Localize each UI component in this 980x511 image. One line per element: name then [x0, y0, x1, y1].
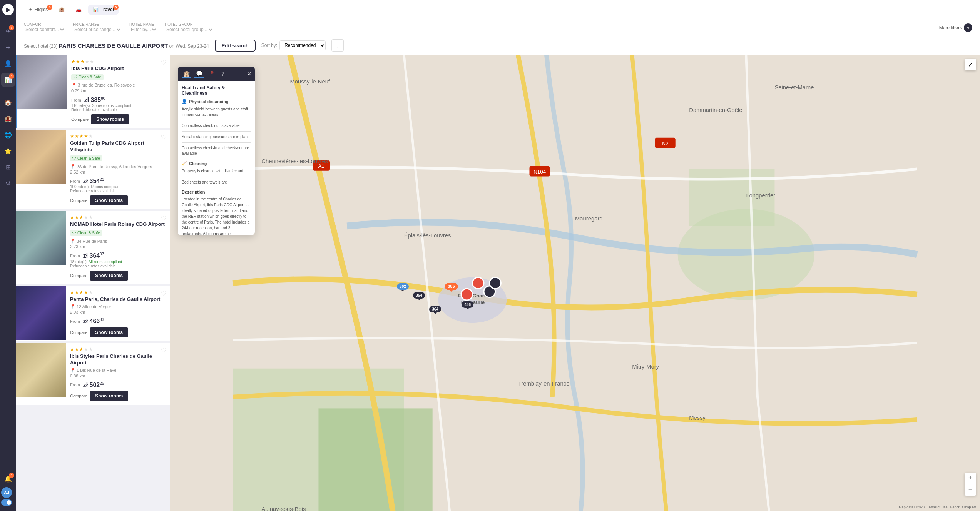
hotel-rates-2: 100 rate(s). Rooms compliant [70, 185, 166, 189]
nav-item-person[interactable]: 👤 [1, 57, 15, 70]
show-rooms-button-5[interactable]: Show rooms [90, 391, 128, 401]
top-nav-tabs: ✈ Flights 6 🏨 🚗 📊 Travel 0 [24, 5, 119, 15]
popup-tab-info[interactable]: 💬 [194, 70, 204, 78]
theme-toggle[interactable] [1, 499, 12, 506]
favorite-button-5[interactable]: ♡ [161, 347, 166, 354]
nav-item-star[interactable]: ⭐ [1, 144, 15, 158]
show-rooms-button-3[interactable]: Show rooms [90, 271, 128, 281]
svg-text:Tremblay-en-France: Tremblay-en-France [518, 381, 569, 387]
shield-icon: 🛡 [74, 75, 77, 79]
tab-flights-label: Flights [34, 7, 48, 12]
download-icon: ↓ [336, 43, 339, 48]
svg-text:Épiais-lès-Louvres: Épiais-lès-Louvres [404, 232, 451, 239]
hotel-card-3[interactable]: ★★★★★ NOMAD Hotel Paris Roissy CDG Airpo… [16, 211, 170, 284]
popup-tab-question[interactable]: ? [220, 70, 226, 78]
hotel-card-1[interactable]: ★★★★★ ibis Paris CDG Airport 🛡 Clean & S… [16, 55, 170, 128]
edit-search-button[interactable]: Edit search [215, 40, 256, 52]
nav-item-settings[interactable]: ⚙ [1, 176, 15, 190]
hotel-rates-1: 116 rate(s). Some rooms compliant [71, 104, 166, 108]
hotel-stars-1: ★★★★★ [71, 59, 166, 64]
nav-item-grid[interactable]: ⊞ [1, 160, 15, 174]
svg-text:Moussy-le-Neuf: Moussy-le-Neuf [290, 78, 330, 85]
location-icon: 📍 [70, 304, 75, 309]
popup-close-button[interactable]: × [248, 70, 251, 77]
favorite-button-3[interactable]: ♡ [161, 215, 166, 222]
compare-button-1[interactable]: Compare [71, 117, 89, 122]
hotel-address-4: 📍 12 Allee du Verger [70, 304, 166, 309]
tab-travel[interactable]: 📊 Travel 0 [88, 5, 119, 15]
nav-item-chart[interactable]: 📊 0 [1, 73, 15, 87]
nav-item-flights[interactable]: ✈ 6 [1, 24, 15, 38]
hotel-group-select[interactable]: Select hotel group... [165, 27, 214, 33]
nav-item-globe[interactable]: 🌐 [1, 128, 15, 142]
show-rooms-button-2[interactable]: Show rooms [90, 195, 128, 205]
compare-button-3[interactable]: Compare [70, 273, 87, 278]
hotel-distance-2: 2.52 km [70, 170, 166, 174]
map-marker-5[interactable]: 502 [397, 283, 409, 290]
marker-price-5: 502 [400, 284, 406, 289]
user-avatar[interactable]: AJ [1, 487, 12, 498]
app-logo[interactable]: ▶ [2, 4, 14, 15]
show-rooms-button-1[interactable]: Show rooms [91, 114, 129, 124]
svg-text:Mitry-Mory: Mitry-Mory [632, 364, 659, 370]
svg-text:Mauregard: Mauregard [575, 215, 603, 222]
nav-item-notifications[interactable]: 🔔 0 [1, 472, 15, 486]
tab-hotels[interactable]: 🏨 [54, 5, 69, 15]
popup-cleaning: 🧹 Cleaning Property is cleaned with disi… [182, 161, 251, 186]
sort-by-container: Sort by: Recommended [261, 40, 326, 50]
hotel-info-4: ★★★★★ Penta Paris, Charles de Gaulle Air… [66, 286, 170, 341]
favorite-button-4[interactable]: ♡ [161, 290, 166, 297]
favorite-button-2[interactable]: ♡ [161, 134, 166, 141]
compare-button-2[interactable]: Compare [70, 198, 87, 203]
flights-icon: ✈ [28, 7, 32, 12]
favorite-button-1[interactable]: ♡ [161, 59, 166, 66]
flights-badge: 6 [9, 25, 14, 30]
hotel-stars-3: ★★★★★ [70, 215, 166, 220]
tab-flights[interactable]: ✈ Flights 6 [24, 5, 52, 15]
zoom-in-button[interactable]: + [965, 473, 976, 484]
hotel-list: ★★★★★ ibis Paris CDG Airport 🛡 Clean & S… [16, 55, 170, 511]
tab-car[interactable]: 🚗 [71, 5, 86, 15]
cleaning-item-1: Property is cleaned with disinfectant [182, 168, 251, 175]
popup-tab-hotel[interactable]: 🏨 [182, 70, 191, 78]
price-select[interactable]: Select price range... [73, 27, 122, 33]
comfort-select[interactable]: Select comfort... [24, 27, 65, 33]
hotel-card-4[interactable]: ★★★★★ Penta Paris, Charles de Gaulle Air… [16, 286, 170, 341]
from-label-2: From [70, 179, 80, 184]
from-label-4: From [70, 319, 80, 324]
report-link[interactable]: Report a map err [950, 505, 976, 509]
zoom-out-button[interactable]: − [965, 484, 976, 496]
description-title: Description [182, 190, 251, 194]
hotel-name-select[interactable]: Filter by... [129, 27, 157, 33]
location-icon: 📍 [70, 164, 75, 169]
hotel-address-5: 📍 1 Bis Rue de la Haye [70, 368, 166, 373]
hotels-icon: 🏨 [59, 7, 65, 12]
terms-of-use-link[interactable]: Terms of Use [927, 505, 947, 509]
map-marker-1[interactable]: 385 [445, 283, 458, 290]
tab-travel-label: Travel [100, 7, 114, 12]
compare-button-5[interactable]: Compare [70, 394, 87, 398]
download-button[interactable]: ↓ [331, 39, 344, 52]
hotel-card-5[interactable]: ★★★★★ ibis Styles Paris Charles de Gaull… [16, 343, 170, 405]
hotel-address-2: 📍 2A du Parc de Roissy, Allee des Verger… [70, 164, 166, 169]
search-info: Select hotel (23) PARIS CHARLES DE GAULL… [24, 42, 209, 49]
cleaning-title: 🧹 Cleaning [182, 161, 251, 166]
popup-tab-location[interactable]: 📍 [207, 70, 217, 78]
more-filters-button[interactable]: More filters ∨ [939, 23, 972, 32]
location-icon: 📍 [70, 239, 75, 244]
show-rooms-button-4[interactable]: Show rooms [90, 327, 128, 337]
hotel-card-2[interactable]: ★★★★★ Golden Tulip Paris CDG Airport Vil… [16, 130, 170, 209]
nav-item-plane-alt[interactable]: ⇥ [1, 40, 15, 54]
hotel-address-1: 📍 3 rue de Bruxelles, Roissypole [71, 83, 166, 88]
map-marker-4[interactable]: 466 [462, 301, 473, 308]
map-marker-3[interactable]: 364 [429, 306, 441, 312]
nav-item-home[interactable]: 🏠 [1, 95, 15, 109]
car-icon: 🚗 [76, 7, 82, 12]
nav-item-hotel[interactable]: 🏨 [1, 112, 15, 125]
travel-icon: 📊 [93, 7, 99, 12]
hotel-distance-5: 0.88 km [70, 374, 166, 378]
map-marker-2[interactable]: 354 [413, 292, 425, 299]
map-expand-button[interactable]: ⤢ [965, 59, 976, 70]
compare-button-4[interactable]: Compare [70, 330, 87, 335]
sort-select[interactable]: Recommended [279, 40, 326, 50]
